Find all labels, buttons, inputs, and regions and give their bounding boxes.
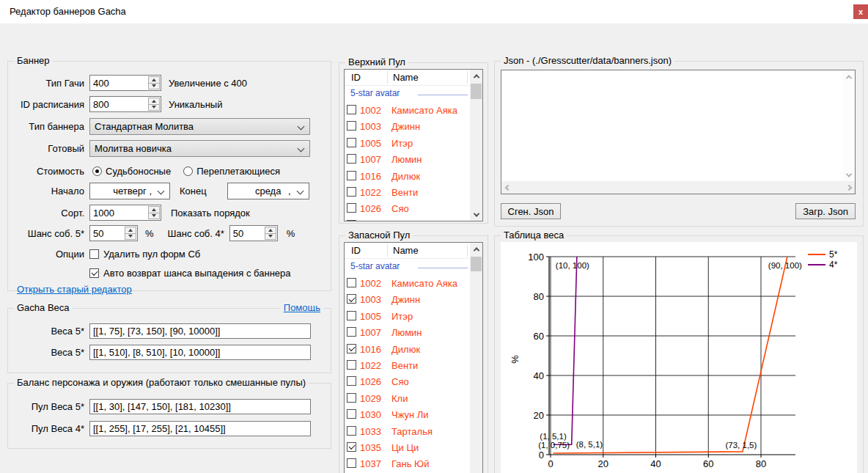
pool-item-1030[interactable]: 1030Чжун Ли: [345, 406, 470, 422]
prefab-select[interactable]: Молитва новичка: [89, 140, 310, 157]
json-vertical-scrollbar[interactable]: [842, 70, 855, 181]
scroll-up-arrow[interactable]: [842, 70, 855, 83]
spin-down-icon[interactable]: [125, 234, 136, 240]
spin-down-icon[interactable]: [149, 84, 159, 89]
reserve-pool-list[interactable]: IDName5-star avatar1002Камисато Аяка1003…: [344, 242, 483, 473]
scroll-down-arrow[interactable]: [842, 169, 855, 181]
gacha-type-hint: Увеличение с 400: [169, 78, 247, 89]
pool-item-1003[interactable]: 1003Джинн: [345, 291, 470, 307]
item-checkbox[interactable]: [347, 311, 356, 320]
title-bar: Редактор баннеров Gacha x: [0, 0, 868, 23]
item-id: 1030: [360, 409, 381, 420]
pool-item-1033[interactable]: 1033Тарталья: [345, 423, 470, 439]
spin-down-icon[interactable]: [149, 213, 159, 219]
pool-item-1016[interactable]: 1016Дилюк: [345, 341, 470, 357]
scroll-up-arrow[interactable]: [470, 243, 482, 255]
json-horizontal-scrollbar[interactable]: [501, 181, 855, 194]
pool-item-1037[interactable]: 1037Гань Юй: [345, 455, 470, 472]
load-json-button[interactable]: Загр. Json: [795, 203, 856, 219]
item-checkbox[interactable]: [347, 121, 356, 131]
item-id: 1007: [360, 154, 381, 165]
pool-item-1026[interactable]: 1026Сяо: [345, 200, 470, 216]
start-day-select[interactable]: четверг ,: [89, 183, 170, 199]
spinner-buttons[interactable]: [148, 206, 160, 219]
scrollbar-thumb[interactable]: [471, 257, 482, 271]
generate-json-button[interactable]: Сген. Json: [501, 203, 561, 219]
pool-item-1016[interactable]: 1016Дилюк: [345, 168, 470, 184]
item-checkbox[interactable]: [347, 409, 356, 419]
open-old-editor-link[interactable]: Открыть старый редактор: [17, 284, 132, 295]
item-checkbox[interactable]: [347, 360, 356, 370]
cost-radio-fate[interactable]: [92, 166, 102, 176]
item-checkbox[interactable]: [347, 327, 356, 337]
gacha-type-stepper[interactable]: 400: [89, 75, 161, 91]
gacha-type-row: Тип Гачи 400 Увеличение с 400: [8, 75, 247, 91]
pool-item-1022[interactable]: 1022Венти: [345, 184, 470, 200]
weights5b-input[interactable]: [[1, 510], [8, 510], [10, 10000]]: [89, 345, 311, 360]
schedule-id-stepper[interactable]: 800: [89, 96, 161, 112]
item-checkbox[interactable]: [347, 458, 356, 468]
item-checkbox[interactable]: [347, 294, 356, 304]
list-scrollbar[interactable]: [470, 70, 482, 221]
spin-down-icon[interactable]: [149, 105, 159, 111]
scroll-left-arrow[interactable]: [501, 181, 514, 194]
spinner-buttons[interactable]: [148, 98, 160, 111]
pool-item-1007[interactable]: 1007Люмин: [345, 324, 470, 340]
pool-item-1035[interactable]: 1035Ци Ци: [345, 439, 470, 455]
item-checkbox[interactable]: [347, 138, 356, 147]
spinner-buttons[interactable]: [125, 227, 136, 240]
item-checkbox[interactable]: [347, 426, 356, 436]
scroll-down-arrow[interactable]: [470, 208, 482, 221]
end-day-comma: ,: [288, 186, 291, 197]
spin-up-icon[interactable]: [149, 207, 159, 213]
column-name: Name: [393, 245, 419, 256]
spinner-buttons[interactable]: [265, 227, 276, 240]
spin-up-icon[interactable]: [149, 77, 159, 84]
item-checkbox[interactable]: [347, 187, 356, 197]
item-checkbox[interactable]: [347, 105, 356, 114]
pool-item-1026[interactable]: 1026Сяо: [345, 373, 470, 389]
item-checkbox[interactable]: [347, 393, 356, 403]
item-checkbox[interactable]: [347, 171, 356, 180]
pool-item-1002[interactable]: 1002Камисато Аяка: [345, 275, 470, 291]
item-checkbox[interactable]: [347, 203, 356, 213]
spin-down-icon[interactable]: [265, 234, 276, 240]
options-row: Опции Удалить пул форм Сб: [8, 246, 200, 262]
item-checkbox[interactable]: [347, 376, 356, 386]
help-link[interactable]: Помощь: [281, 302, 323, 313]
scroll-up-arrow[interactable]: [470, 70, 482, 82]
spin-up-icon[interactable]: [265, 227, 276, 234]
pool-item-1003[interactable]: 1003Джинн: [345, 118, 470, 134]
banner-type-select[interactable]: Стандартная Молитва: [89, 118, 310, 135]
item-checkbox[interactable]: [347, 278, 356, 287]
end-day-select[interactable]: среда ,: [227, 183, 309, 199]
weights5a-input[interactable]: [[1, 75], [73, 150], [90, 10000]]: [89, 323, 311, 339]
auto-return-checkbox[interactable]: [89, 268, 99, 278]
close-button[interactable]: x: [853, 4, 868, 19]
pool-item-1007[interactable]: 1007Люмин: [345, 151, 470, 167]
list-scrollbar[interactable]: [470, 243, 482, 473]
scrollbar-thumb[interactable]: [471, 84, 482, 99]
pool-weights4-input[interactable]: [[1, 255], [17, 255], [21, 10455]]: [89, 421, 311, 436]
sort-stepper[interactable]: 1000: [89, 205, 161, 221]
spin-up-icon[interactable]: [125, 227, 136, 234]
pool-item-1022[interactable]: 1022Венти: [345, 357, 470, 373]
pool-item-1029[interactable]: 1029Кли: [345, 390, 470, 406]
json-textarea[interactable]: [501, 70, 856, 194]
pool-weights5-input[interactable]: [[1, 30], [147, 150], [181, 10230]]: [89, 399, 311, 414]
chance4-stepper[interactable]: 50: [229, 225, 278, 241]
item-checkbox[interactable]: [347, 442, 356, 452]
spin-up-icon[interactable]: [149, 98, 159, 105]
chance5-stepper[interactable]: 50: [89, 225, 138, 241]
scroll-right-arrow[interactable]: [842, 181, 855, 194]
upper-pool-list[interactable]: IDName5-star avatar1002Камисато Аяка1003…: [344, 69, 483, 221]
pool-item-1005[interactable]: 1005Итэр: [345, 308, 470, 324]
cost-radio-intertwined[interactable]: [183, 166, 193, 176]
item-checkbox[interactable]: [347, 344, 356, 353]
delete-pool-checkbox[interactable]: [89, 249, 99, 259]
pool-item-1005[interactable]: 1005Итэр: [345, 135, 470, 151]
chance5-suffix: %: [145, 228, 154, 239]
spinner-buttons[interactable]: [148, 76, 160, 89]
pool-item-1002[interactable]: 1002Камисато Аяка: [345, 102, 470, 118]
item-checkbox[interactable]: [347, 154, 356, 164]
